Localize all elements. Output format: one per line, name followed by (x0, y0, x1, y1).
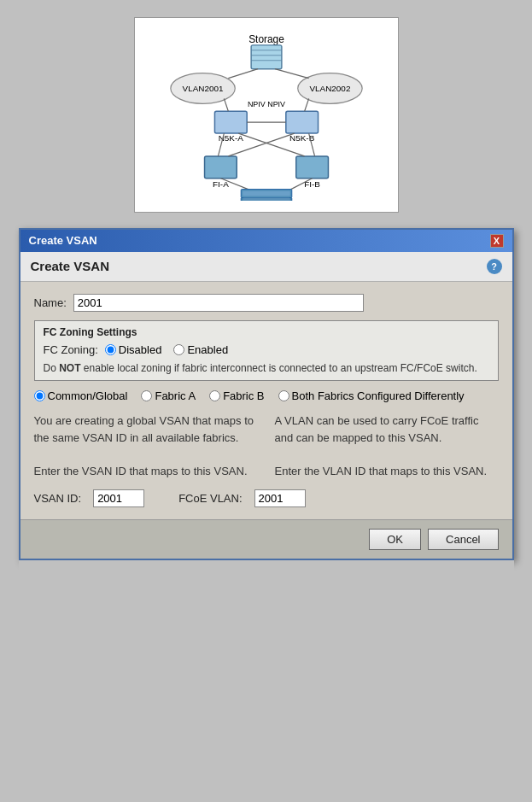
fcoe-vlan-label: FCoE VLAN: (178, 492, 242, 505)
svg-rect-10 (214, 111, 247, 133)
svg-rect-32 (243, 191, 290, 196)
fcoe-vlan-field: FCoE VLAN: (178, 489, 305, 507)
svg-text:VLAN2001: VLAN2001 (182, 84, 223, 93)
name-label: Name: (34, 296, 67, 309)
info-left-1: You are creating a global VSAN that maps… (34, 413, 258, 446)
fabric-common-radio[interactable] (34, 390, 45, 401)
network-diagram: Storage VLAN2001 VLAN2002 NPIV NPIV N5K-… (134, 17, 399, 213)
fabric-radio-row: Common/Global Fabric A Fabric B Both Fab… (34, 389, 499, 402)
fc-zoning-enabled-radio[interactable] (173, 344, 184, 355)
vsan-id-label: VSAN ID: (34, 492, 82, 505)
info-col-right: A VLAN can be used to carry FCoE traffic… (275, 413, 499, 479)
info-columns: You are creating a global VSAN that maps… (34, 413, 499, 479)
svg-line-17 (304, 98, 308, 111)
topology-svg: Storage VLAN2001 VLAN2002 NPIV NPIV N5K-… (152, 31, 381, 201)
fabric-both-radio[interactable] (278, 390, 289, 401)
fc-zoning-enabled-label[interactable]: Enabled (173, 343, 228, 356)
svg-rect-33 (243, 198, 290, 201)
close-button[interactable]: X (490, 234, 504, 248)
fc-zoning-row: FC Zoning: Disabled Enabled (44, 343, 489, 356)
fabric-b-radio[interactable] (209, 390, 220, 401)
vsan-id-field: VSAN ID: (34, 489, 145, 507)
fc-zoning-note: Do NOT enable local zoning if fabric int… (44, 361, 489, 376)
svg-rect-21 (295, 156, 328, 179)
dialog-titlebar: Create VSAN X (20, 230, 512, 252)
fabric-both-label[interactable]: Both Fabrics Configured Differently (278, 389, 465, 402)
vsan-id-input[interactable] (93, 489, 144, 507)
ok-button[interactable]: OK (369, 529, 421, 550)
fc-zoning-title: FC Zoning Settings (44, 326, 489, 338)
fc-zoning-label: FC Zoning: (44, 343, 98, 356)
name-input[interactable] (73, 294, 364, 312)
fabric-b-label[interactable]: Fabric B (209, 389, 264, 402)
bottom-area (19, 560, 514, 586)
help-icon[interactable]: ? (487, 259, 502, 274)
dialog-footer: OK Cancel (20, 519, 512, 559)
fcoe-vlan-input[interactable] (254, 489, 306, 507)
svg-rect-1 (251, 45, 282, 69)
name-row: Name: (34, 294, 499, 312)
fc-zoning-box: FC Zoning Settings FC Zoning: Disabled E… (34, 320, 499, 382)
dialog-body: Name: FC Zoning Settings FC Zoning: Disa… (20, 282, 512, 520)
svg-text:NPIV NPIV: NPIV NPIV (247, 100, 284, 108)
create-vsan-dialog: Create VSAN X Create VSAN ? Name: FC Zon… (19, 228, 514, 561)
svg-line-14 (228, 69, 258, 79)
svg-rect-19 (204, 156, 237, 179)
svg-line-16 (224, 98, 228, 111)
info-left-2: Enter the VSAN ID that maps to this VSAN… (34, 463, 258, 480)
fc-zoning-disabled-radio[interactable] (105, 344, 116, 355)
id-row: VSAN ID: FCoE VLAN: (34, 489, 499, 507)
svg-text:FI-B: FI-B (304, 179, 320, 189)
fabric-a-label[interactable]: Fabric A (141, 389, 196, 402)
fabric-common-label[interactable]: Common/Global (34, 389, 128, 402)
dialog-header: Create VSAN ? (20, 252, 512, 282)
dialog-title-label: Create VSAN (29, 234, 97, 247)
info-right-1: A VLAN can be used to carry FCoE traffic… (275, 413, 499, 446)
svg-text:VLAN2002: VLAN2002 (309, 84, 350, 93)
svg-line-15 (274, 69, 308, 79)
svg-text:Storage: Storage (248, 33, 284, 45)
fc-zoning-disabled-label[interactable]: Disabled (105, 343, 162, 356)
dialog-header-title: Create VSAN (31, 259, 110, 273)
info-right-2: Enter the VLAN ID that maps to this VSAN… (275, 463, 499, 480)
svg-rect-12 (285, 111, 318, 133)
cancel-button[interactable]: Cancel (428, 529, 498, 550)
info-col-left: You are creating a global VSAN that maps… (34, 413, 258, 479)
fabric-a-radio[interactable] (141, 390, 152, 401)
